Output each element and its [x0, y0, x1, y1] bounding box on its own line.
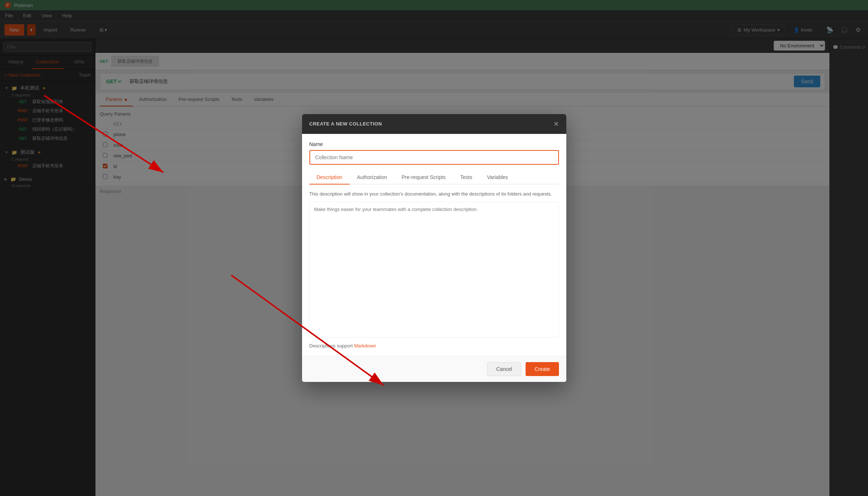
modal-tab-description[interactable]: Description	[309, 171, 350, 185]
cancel-button[interactable]: Cancel	[487, 362, 522, 376]
modal-overlay: CREATE A NEW COLLECTION ✕ Name Descripti…	[0, 0, 868, 496]
collection-name-input[interactable]	[309, 150, 559, 165]
modal-header: CREATE A NEW COLLECTION ✕	[302, 114, 566, 134]
markdown-note: Descriptions support Markdown	[309, 343, 559, 349]
modal-tab-variables[interactable]: Variables	[480, 171, 515, 185]
description-text: This description will show in your colle…	[309, 190, 559, 198]
modal-close-button[interactable]: ✕	[553, 120, 559, 128]
modal-tabs: Description Authorization Pre-request Sc…	[309, 171, 559, 185]
name-label: Name	[309, 141, 559, 147]
create-button[interactable]: Create	[526, 362, 559, 376]
markdown-link[interactable]: Markdown	[354, 343, 376, 349]
modal-title: CREATE A NEW COLLECTION	[309, 121, 382, 127]
create-collection-modal: CREATE A NEW COLLECTION ✕ Name Descripti…	[302, 114, 566, 382]
modal-body: Name Description Authorization Pre-reque…	[302, 134, 566, 356]
modal-tab-pre-request[interactable]: Pre-request Scripts	[394, 171, 453, 185]
description-textarea[interactable]	[309, 202, 559, 338]
modal-tab-tests[interactable]: Tests	[453, 171, 480, 185]
modal-tab-authorization[interactable]: Authorization	[350, 171, 395, 185]
modal-actions: Cancel Create	[302, 356, 566, 382]
